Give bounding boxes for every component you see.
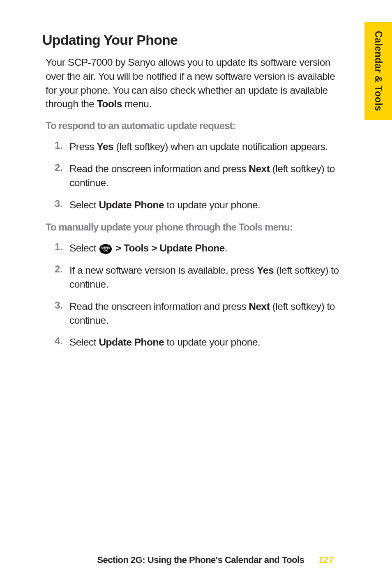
list-number: 1.: [46, 241, 69, 255]
page-footer: Section 2G: Using the Phone's Calendar a…: [0, 555, 392, 565]
list-number: 4.: [46, 335, 69, 349]
page-content: Updating Your Phone Your SCP-7000 by San…: [42, 32, 344, 359]
list-text: If a new software version is available, …: [69, 263, 344, 291]
list-item: 3. Select Update Phone to update your ph…: [46, 198, 344, 212]
list-text: Select Update Phone to update your phone…: [69, 198, 260, 212]
footer-section-label: Section 2G: Using the Phone's Calendar a…: [97, 555, 304, 565]
list-text: Select MENUOK > Tools > Update Phone.: [69, 241, 227, 255]
intro-paragraph: Your SCP-7000 by Sanyo allows you to upd…: [46, 55, 344, 111]
side-tab-label: Calendar & Tools: [373, 31, 384, 111]
list-item: 3. Read the onscreen information and pre…: [46, 300, 344, 327]
list-item: 1. Select MENUOK > Tools > Update Phone.: [46, 241, 344, 255]
ordered-list-2: 1. Select MENUOK > Tools > Update Phone.…: [46, 241, 344, 349]
list-item: 2. Read the onscreen information and pre…: [46, 162, 344, 190]
list-text: Select Update Phone to update your phone…: [69, 335, 260, 349]
list-number: 1.: [46, 140, 69, 154]
page-number: 127: [318, 555, 334, 565]
side-tab: Calendar & Tools: [364, 22, 392, 120]
list-number: 2.: [46, 162, 69, 190]
intro-text-2: menu.: [122, 98, 152, 109]
subheading-2: To manually update your phone through th…: [46, 221, 344, 233]
list-number: 3.: [46, 300, 69, 327]
list-number: 3.: [46, 198, 69, 212]
intro-bold-tools: Tools: [97, 98, 122, 109]
menu-ok-icon: MENUOK: [99, 244, 112, 254]
list-text: Read the onscreen information and press …: [69, 300, 344, 327]
list-item: 4. Select Update Phone to update your ph…: [46, 335, 344, 349]
list-item: 1. Press Yes (left softkey) when an upda…: [46, 140, 344, 154]
list-number: 2.: [46, 263, 69, 291]
subheading-1: To respond to an automatic update reques…: [46, 120, 344, 131]
list-text: Press Yes (left softkey) when an update …: [69, 140, 328, 154]
list-text: Read the onscreen information and press …: [69, 162, 344, 190]
page-heading: Updating Your Phone: [42, 32, 344, 48]
ordered-list-1: 1. Press Yes (left softkey) when an upda…: [46, 140, 344, 212]
intro-text-1: Your SCP-7000 by Sanyo allows you to upd…: [46, 57, 335, 109]
list-item: 2. If a new software version is availabl…: [46, 263, 344, 291]
